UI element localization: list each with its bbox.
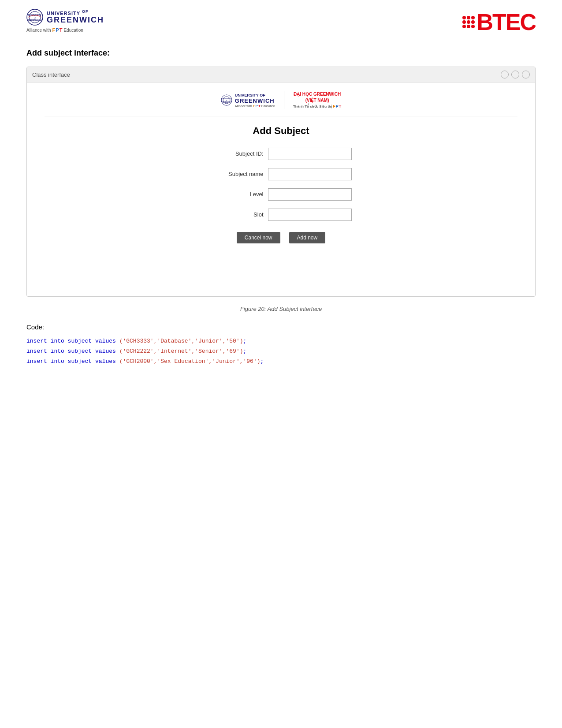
window-title-label: Class interface	[32, 71, 70, 78]
level-label: Level	[211, 191, 264, 198]
subject-id-label: Subject ID:	[211, 150, 264, 157]
window-close-button[interactable]	[522, 71, 530, 78]
svg-text:GREENWICH: GREENWICH	[222, 101, 231, 103]
subject-id-input[interactable]	[268, 148, 352, 160]
window-titlebar: Class interface	[27, 67, 535, 82]
greenwich-logo: UNIVERSITY of GREENWICH UNIVERSITY of GR…	[26, 9, 104, 26]
subject-id-row: Subject ID:	[45, 148, 517, 160]
figure-caption: Figure 20: Add Subject interface	[26, 306, 536, 312]
logo-left: UNIVERSITY of GREENWICH UNIVERSITY of GR…	[26, 9, 104, 33]
fpt-badge: FPT	[52, 27, 63, 33]
inner-logo: UNIVERSITY of GREENWICH UNIVERSITY of GR…	[221, 92, 275, 108]
class-interface-window: Class interface UNIVERSITY of GREENWICH …	[26, 67, 536, 297]
svg-text:GREENWICH: GREENWICH	[28, 19, 42, 22]
slot-row: Slot	[45, 209, 517, 221]
inner-fpt-badge-2: FPT	[333, 104, 341, 109]
page-title: Add subject interface:	[26, 49, 536, 58]
add-button[interactable]: Add now	[289, 232, 326, 243]
code-block: insert into subject values ('GCH3333','D…	[26, 336, 536, 367]
btec-dots-icon	[462, 16, 475, 28]
window-minimize-button[interactable]	[501, 71, 509, 78]
code-line-1: insert into subject values ('GCH3333','D…	[26, 336, 536, 346]
level-row: Level	[45, 188, 517, 201]
btec-logo: BTEC	[462, 9, 536, 35]
window-spacer	[45, 243, 517, 279]
page-header: UNIVERSITY of GREENWICH UNIVERSITY of GR…	[26, 9, 536, 35]
subject-name-row: Subject name	[45, 168, 517, 180]
form-title: Add Subject	[45, 125, 517, 137]
subject-name-input[interactable]	[268, 168, 352, 180]
slot-label: Slot	[211, 211, 264, 218]
slot-input[interactable]	[268, 209, 352, 221]
code-line-2: insert into subject values ('GCH2222','I…	[26, 346, 536, 356]
code-line-3: insert into subject values ('GCH2000','S…	[26, 356, 536, 366]
subject-name-label: Subject name	[211, 171, 264, 177]
form-buttons: Cancel now Add now	[45, 232, 517, 243]
btec-text: BTEC	[476, 9, 536, 35]
svg-text:UNIVERSITY: UNIVERSITY	[28, 14, 42, 16]
inner-header: UNIVERSITY of GREENWICH UNIVERSITY of GR…	[45, 91, 517, 116]
window-body: UNIVERSITY of GREENWICH UNIVERSITY of GR…	[27, 82, 535, 296]
greenwich-name-text: UNIVERSITY of GREENWICH	[47, 10, 104, 25]
window-controls[interactable]	[501, 71, 530, 78]
inner-fpt-badge: FPT	[253, 104, 261, 108]
inner-emblem-icon: UNIVERSITY of GREENWICH	[221, 94, 232, 106]
alliance-text: Alliance with FPT Education	[26, 27, 83, 33]
window-maximize-button[interactable]	[511, 71, 519, 78]
level-input[interactable]	[268, 188, 352, 201]
code-label: Code:	[26, 323, 536, 331]
inner-right-text: ĐẠI HỌC GREENWICH (VIỆT NAM) Thành Tổ ch…	[293, 91, 341, 109]
cancel-button[interactable]: Cancel now	[237, 232, 280, 243]
greenwich-emblem-icon: UNIVERSITY of GREENWICH	[26, 9, 43, 26]
inner-divider	[284, 91, 284, 109]
